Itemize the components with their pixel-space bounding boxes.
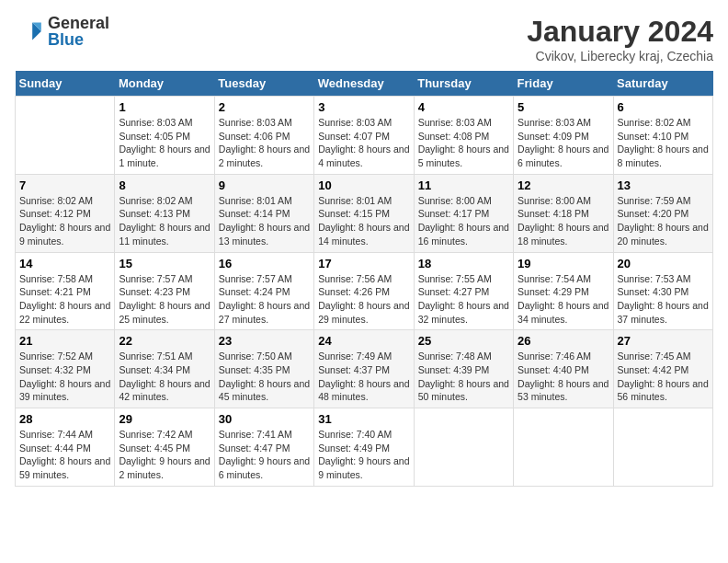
sunset-text: Sunset: 4:05 PM — [119, 130, 210, 144]
daylight-text: Daylight: 8 hours and 16 minutes. — [418, 221, 509, 247]
daylight-text: Daylight: 8 hours and 8 minutes. — [618, 143, 709, 169]
day-number: 15 — [119, 257, 210, 270]
day-info: Sunrise: 7:50 AMSunset: 4:35 PMDaylight:… — [219, 350, 310, 404]
daylight-text: Daylight: 8 hours and 50 minutes. — [418, 377, 509, 404]
sunset-text: Sunset: 4:32 PM — [19, 363, 110, 377]
sunrise-text: Sunrise: 7:57 AM — [219, 272, 310, 286]
calendar-cell: 3Sunrise: 8:03 AMSunset: 4:07 PMDaylight… — [314, 97, 414, 175]
day-info: Sunrise: 7:59 AMSunset: 4:20 PMDaylight:… — [618, 194, 709, 248]
sunrise-text: Sunrise: 8:03 AM — [219, 116, 310, 130]
sunrise-text: Sunrise: 7:45 AM — [618, 350, 709, 363]
sunset-text: Sunset: 4:09 PM — [518, 130, 609, 144]
day-number: 8 — [119, 178, 210, 192]
title-block: January 2024 Cvikov, Liberecky kraj, Cze… — [527, 15, 713, 63]
day-info: Sunrise: 8:00 AMSunset: 4:17 PMDaylight:… — [418, 194, 509, 248]
sunset-text: Sunset: 4:12 PM — [19, 207, 110, 221]
calendar-cell: 16Sunrise: 7:57 AMSunset: 4:24 PMDayligh… — [214, 252, 313, 330]
day-info: Sunrise: 8:01 AMSunset: 4:14 PMDaylight:… — [219, 194, 310, 248]
day-info: Sunrise: 7:56 AMSunset: 4:26 PMDaylight:… — [318, 272, 409, 327]
day-info: Sunrise: 8:02 AMSunset: 4:10 PMDaylight:… — [618, 116, 709, 170]
daylight-text: Daylight: 8 hours and 48 minutes. — [318, 377, 409, 404]
day-info: Sunrise: 8:03 AMSunset: 4:06 PMDaylight:… — [219, 116, 310, 170]
page-subtitle: Cvikov, Liberecky kraj, Czechia — [527, 49, 713, 63]
day-number: 20 — [618, 257, 709, 270]
sunrise-text: Sunrise: 7:51 AM — [119, 350, 210, 363]
page-header: General Blue January 2024 Cvikov, Libere… — [15, 15, 713, 63]
sunrise-text: Sunrise: 8:00 AM — [418, 194, 509, 208]
daylight-text: Daylight: 8 hours and 34 minutes. — [518, 299, 609, 326]
calendar-cell: 29Sunrise: 7:42 AMSunset: 4:45 PMDayligh… — [115, 408, 214, 487]
day-number: 2 — [219, 100, 310, 114]
calendar-cell: 5Sunrise: 8:03 AMSunset: 4:09 PMDaylight… — [514, 97, 613, 175]
sunrise-text: Sunrise: 8:01 AM — [318, 194, 409, 208]
day-number: 21 — [19, 334, 110, 348]
calendar-week-row: 28Sunrise: 7:44 AMSunset: 4:44 PMDayligh… — [16, 408, 713, 487]
calendar-table: SundayMondayTuesdayWednesdayThursdayFrid… — [15, 71, 713, 487]
daylight-text: Daylight: 8 hours and 18 minutes. — [518, 221, 609, 247]
sunset-text: Sunset: 4:27 PM — [418, 285, 509, 299]
daylight-text: Daylight: 8 hours and 56 minutes. — [618, 377, 709, 404]
calendar-cell: 11Sunrise: 8:00 AMSunset: 4:17 PMDayligh… — [414, 174, 513, 252]
day-info: Sunrise: 7:52 AMSunset: 4:32 PMDaylight:… — [19, 350, 110, 404]
daylight-text: Daylight: 8 hours and 1 minute. — [119, 143, 210, 169]
daylight-text: Daylight: 8 hours and 45 minutes. — [219, 377, 310, 404]
sunrise-text: Sunrise: 8:03 AM — [418, 116, 509, 130]
daylight-text: Daylight: 8 hours and 27 minutes. — [219, 299, 310, 326]
daylight-text: Daylight: 9 hours and 9 minutes. — [318, 454, 409, 481]
day-number: 9 — [219, 178, 310, 192]
sunset-text: Sunset: 4:44 PM — [19, 442, 110, 455]
sunset-text: Sunset: 4:37 PM — [318, 363, 409, 377]
day-info: Sunrise: 7:58 AMSunset: 4:21 PMDaylight:… — [19, 272, 110, 327]
day-number: 28 — [19, 412, 110, 426]
day-number: 24 — [318, 334, 409, 348]
calendar-cell — [613, 408, 712, 487]
page-title: January 2024 — [527, 15, 713, 49]
day-number: 6 — [618, 100, 709, 114]
sunrise-text: Sunrise: 7:42 AM — [119, 428, 210, 442]
daylight-text: Daylight: 8 hours and 2 minutes. — [219, 143, 310, 169]
logo: General Blue — [15, 15, 109, 48]
calendar-cell: 8Sunrise: 8:02 AMSunset: 4:13 PMDaylight… — [115, 174, 214, 252]
calendar-cell: 22Sunrise: 7:51 AMSunset: 4:34 PMDayligh… — [115, 330, 214, 408]
sunrise-text: Sunrise: 7:52 AM — [19, 350, 110, 363]
day-number: 22 — [119, 334, 210, 348]
sunrise-text: Sunrise: 8:02 AM — [618, 116, 709, 130]
day-number: 4 — [418, 100, 509, 114]
sunrise-text: Sunrise: 7:57 AM — [119, 272, 210, 286]
calendar-cell: 9Sunrise: 8:01 AMSunset: 4:14 PMDaylight… — [214, 174, 313, 252]
day-number: 26 — [518, 334, 609, 348]
sunset-text: Sunset: 4:30 PM — [618, 285, 709, 299]
sunset-text: Sunset: 4:18 PM — [518, 207, 609, 221]
daylight-text: Daylight: 8 hours and 20 minutes. — [618, 221, 709, 247]
day-info: Sunrise: 7:45 AMSunset: 4:42 PMDaylight:… — [618, 350, 709, 404]
calendar-cell: 28Sunrise: 7:44 AMSunset: 4:44 PMDayligh… — [16, 408, 115, 487]
sunset-text: Sunset: 4:42 PM — [618, 363, 709, 377]
daylight-text: Daylight: 8 hours and 32 minutes. — [418, 299, 509, 326]
sunset-text: Sunset: 4:24 PM — [219, 285, 310, 299]
daylight-text: Daylight: 8 hours and 25 minutes. — [119, 299, 210, 326]
calendar-cell: 21Sunrise: 7:52 AMSunset: 4:32 PMDayligh… — [16, 330, 115, 408]
calendar-weekday-sunday: Sunday — [16, 71, 115, 97]
calendar-cell: 19Sunrise: 7:54 AMSunset: 4:29 PMDayligh… — [514, 252, 613, 330]
calendar-cell: 24Sunrise: 7:49 AMSunset: 4:37 PMDayligh… — [314, 330, 414, 408]
calendar-weekday-monday: Monday — [115, 71, 214, 97]
day-number: 27 — [618, 334, 709, 348]
calendar-cell: 15Sunrise: 7:57 AMSunset: 4:23 PMDayligh… — [115, 252, 214, 330]
day-info: Sunrise: 8:00 AMSunset: 4:18 PMDaylight:… — [518, 194, 609, 248]
sunrise-text: Sunrise: 7:56 AM — [318, 272, 409, 286]
day-number: 11 — [418, 178, 509, 192]
sunrise-text: Sunrise: 7:54 AM — [518, 272, 609, 286]
day-info: Sunrise: 7:42 AMSunset: 4:45 PMDaylight:… — [119, 428, 210, 482]
day-info: Sunrise: 7:41 AMSunset: 4:47 PMDaylight:… — [219, 428, 310, 482]
daylight-text: Daylight: 8 hours and 29 minutes. — [318, 299, 409, 326]
calendar-week-row: 1Sunrise: 8:03 AMSunset: 4:05 PMDaylight… — [16, 97, 713, 175]
sunrise-text: Sunrise: 7:50 AM — [219, 350, 310, 363]
daylight-text: Daylight: 8 hours and 53 minutes. — [518, 377, 609, 404]
daylight-text: Daylight: 9 hours and 2 minutes. — [119, 454, 210, 481]
sunset-text: Sunset: 4:40 PM — [518, 363, 609, 377]
day-number: 25 — [418, 334, 509, 348]
day-number: 30 — [219, 412, 310, 426]
calendar-cell: 26Sunrise: 7:46 AMSunset: 4:40 PMDayligh… — [514, 330, 613, 408]
sunset-text: Sunset: 4:47 PM — [219, 442, 310, 455]
sunrise-text: Sunrise: 7:59 AM — [618, 194, 709, 208]
